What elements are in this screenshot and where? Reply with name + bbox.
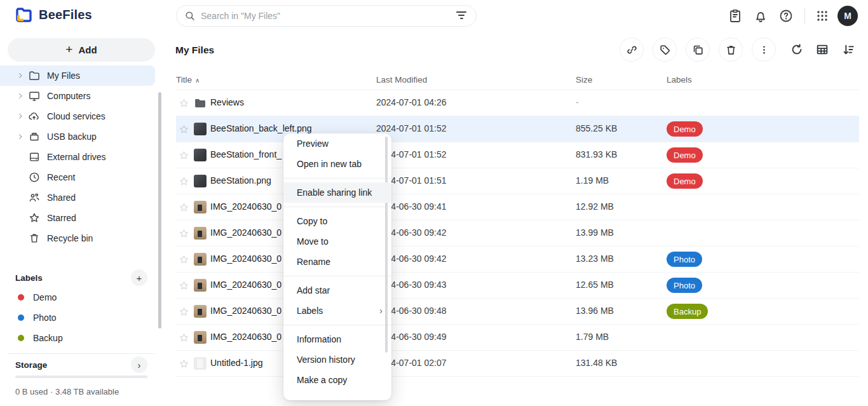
menu-item-move-to[interactable]: Move to [283,231,391,252]
sidebar-item-my-files[interactable]: My Files [0,65,155,86]
star-icon[interactable] [179,150,189,161]
grid-view-icon[interactable] [815,43,829,57]
table-row[interactable]: IMG_20240630_02024-06-30 09:4213.23 MBPh… [176,247,859,273]
sidebar-scrollbar[interactable] [158,92,161,328]
filter-icon[interactable] [456,11,467,20]
table-row[interactable]: Reviews2024-07-01 04:26- [176,90,859,116]
add-button[interactable]: + Add [8,38,155,62]
table-row[interactable]: IMG_20240630_02024-06-30 09:4213.99 MB [176,220,859,247]
star-icon[interactable] [179,332,189,343]
link-icon[interactable] [620,37,644,62]
bell-icon[interactable] [753,8,768,24]
copy-icon[interactable] [686,37,710,62]
file-thumbnail [194,201,207,213]
table-row[interactable]: IMG_20240630_02024-06-30 09:4312.65 MBPh… [176,273,859,299]
sidebar-item-label: External drives [47,152,106,162]
column-title[interactable]: Title∧ [176,75,200,85]
sidebar-item-computers[interactable]: Computers [0,86,155,106]
label-badge[interactable]: Photo [667,278,702,293]
sidebar-item-recent[interactable]: Recent [0,167,155,187]
star-icon[interactable] [179,176,189,187]
column-size[interactable]: Size [576,75,592,85]
label-color-dot [18,335,24,341]
star-icon[interactable] [179,254,189,265]
app-logo[interactable]: BeeFiles [15,6,92,24]
table-row[interactable]: IMG_20240630_02024-06-30 09:491.79 MB [176,325,859,351]
menu-item-preview[interactable]: Preview [283,133,391,154]
chevron-right-icon[interactable] [17,92,24,100]
sidebar-item-external-drives[interactable]: External drives [0,147,155,167]
avatar[interactable]: M [837,6,858,26]
add-label-button[interactable]: + [131,269,147,286]
column-labels[interactable]: Labels [667,75,692,85]
sidebar-nav: My FilesComputersCloud servicesUSB backu… [0,65,163,248]
trash-icon[interactable] [719,37,743,62]
refresh-icon[interactable] [790,43,804,57]
star-icon[interactable] [179,306,189,317]
help-icon[interactable] [778,8,794,24]
menu-item-add-star[interactable]: Add star [283,280,391,301]
label-badge[interactable]: Demo [667,147,703,163]
file-size: - [576,97,579,107]
menu-item-information[interactable]: Information [283,329,391,349]
file-modified: 2024-07-01 04:26 [376,97,447,107]
file-name: Untitled-1.jpg [210,358,263,368]
clipboard-icon[interactable] [728,8,743,24]
more-vertical-icon[interactable] [752,37,776,62]
label-item-demo[interactable]: Demo [0,287,163,308]
chevron-right-icon[interactable] [17,72,24,79]
label-item-photo[interactable]: Photo [0,308,163,328]
table-header: Title∧ Last Modified Size Labels [176,75,859,90]
sidebar-item-shared[interactable]: Shared [0,187,155,208]
table-row[interactable]: Untitled-1.jpg2024-07-01 02:07131.48 KB [176,351,859,377]
computer-icon [28,90,41,102]
file-size: 131.48 KB [576,358,617,368]
file-thumbnail [194,149,207,161]
drive-icon [28,151,41,163]
table-row[interactable]: BeeStation.png2024-07-01 01:511.19 MBDem… [176,168,859,194]
menu-item-copy-to[interactable]: Copy to [283,211,391,231]
tag-icon[interactable] [653,37,677,62]
app-title: BeeFiles [39,8,92,22]
menu-item-label: Labels [297,306,323,316]
sidebar-item-starred[interactable]: Starred [0,208,155,228]
menu-item-open-in-new-tab[interactable]: Open in new tab [283,154,391,174]
file-size: 13.99 MB [576,227,614,238]
star-icon[interactable] [179,98,189,109]
label-badge[interactable]: Demo [667,173,703,189]
menu-item-label: Preview [297,139,329,149]
menu-item-labels[interactable]: Labels› [283,301,391,321]
column-last-modified[interactable]: Last Modified [376,75,427,85]
file-size: 13.96 MB [576,306,614,316]
table-row[interactable]: BeeStation_front_2024-07-01 01:52831.93 … [176,142,859,168]
menu-item-version-history[interactable]: Version history [283,349,391,370]
star-icon[interactable] [179,124,189,135]
sidebar-item-recycle-bin[interactable]: Recycle bin [0,228,155,248]
sidebar-item-cloud-services[interactable]: Cloud services [0,106,155,126]
label-badge[interactable]: Backup [667,304,708,319]
cloud-icon [28,110,41,123]
star-icon[interactable] [179,358,189,369]
menu-divider [283,325,391,325]
label-item-backup[interactable]: Backup [0,328,163,348]
label-badge[interactable]: Demo [667,121,703,137]
table-row[interactable]: BeeStation_back_left.png2024-07-01 01:52… [176,116,859,142]
apps-grid-icon[interactable] [815,8,830,24]
search-icon [184,10,196,22]
star-icon[interactable] [179,228,189,239]
search-input[interactable] [201,11,456,21]
menu-item-enable-sharing-link[interactable]: Enable sharing link [283,182,391,203]
chevron-right-icon[interactable] [17,112,24,120]
sidebar-item-usb-backup[interactable]: USB backup [0,126,155,147]
search-box[interactable] [176,5,477,27]
star-icon[interactable] [179,280,189,291]
sort-icon[interactable] [841,43,855,57]
menu-item-rename[interactable]: Rename [283,252,391,272]
label-badge[interactable]: Photo [667,252,702,267]
star-icon[interactable] [179,202,189,213]
table-row[interactable]: IMG_20240630_02024-06-30 09:4112.92 MB [176,194,859,220]
chevron-right-icon[interactable] [17,133,24,140]
table-row[interactable]: IMG_20240630_02024-06-30 09:4813.96 MBBa… [176,299,859,325]
storage-expand-button[interactable]: › [131,356,147,373]
menu-item-make-a-copy[interactable]: Make a copy [283,370,391,390]
